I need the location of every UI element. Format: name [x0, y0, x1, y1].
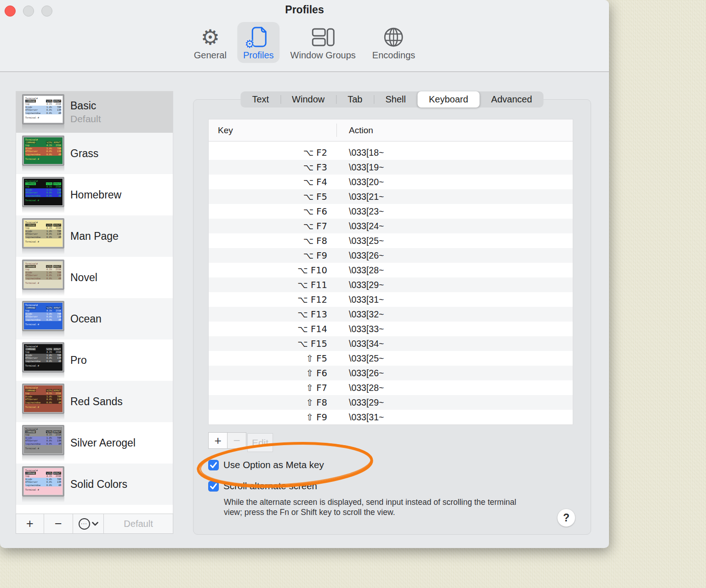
preferences-toolbar: ⚙General⚙ProfilesWindow GroupsEncodings	[188, 22, 421, 63]
key-cell: ⌥ F5	[209, 192, 336, 202]
table-row[interactable]: ⇧ F9\033[31~	[209, 410, 573, 424]
profile-name: Ocean	[70, 313, 102, 325]
toolbar-item-profiles[interactable]: ⚙Profiles	[237, 22, 280, 63]
profile-item-ocean[interactable]: Terminal#COMMAND%CPURPRVTtop4.1%231KXcod…	[16, 298, 173, 339]
action-cell: \033[29~	[336, 397, 384, 408]
scroll-alternate-screen-checkbox[interactable]	[208, 481, 219, 492]
add-key-button[interactable]: +	[208, 432, 228, 449]
profile-label: Silver Aerogel	[70, 437, 136, 449]
profile-name: Pro	[70, 354, 87, 367]
key-cell: ⇧ F9	[209, 412, 336, 423]
key-cell: ⌥ F12	[209, 294, 336, 305]
profile-item-red-sands[interactable]: Terminal#COMMAND%CPURPRVTtop4.1%231KXcod…	[16, 381, 173, 422]
table-body: ⌥ F2\033[18~⌥ F3\033[19~⌥ F4\033[20~⌥ F5…	[209, 141, 573, 424]
table-row[interactable]: ⌥ F9\033[26~	[209, 248, 573, 263]
action-cell: \033[34~	[336, 339, 384, 349]
profile-item-solid-colors[interactable]: Terminal#COMMAND%CPURPRVTtop4.1%231KXcod…	[16, 464, 173, 505]
profile-item-basic[interactable]: Terminal#COMMAND%CPURPRVTtop4.1%231KXcod…	[16, 91, 173, 133]
table-row[interactable]: ⌥ F13\033[32~	[209, 307, 573, 322]
profile-thumbnail: Terminal#COMMAND%CPURPRVTtop4.1%231KXcod…	[22, 136, 64, 172]
table-row[interactable]: ⇧ F7\033[28~	[209, 380, 573, 395]
table-row[interactable]: ⌥ F12\033[31~	[209, 292, 573, 307]
key-cell: ⌥ F9	[209, 250, 336, 261]
profile-name: Novel	[70, 271, 97, 284]
list-filler	[16, 505, 173, 514]
profile-item-silver-aerogel[interactable]: Terminal#COMMAND%CPURPRVTtop4.1%231KXcod…	[16, 422, 173, 464]
key-cell: ⌥ F4	[209, 177, 336, 187]
profile-label: Ocean	[70, 313, 102, 325]
table-row[interactable]: ⌥ F6\033[23~	[209, 204, 573, 219]
toolbar-item-general[interactable]: ⚙General	[188, 22, 233, 63]
tab-text[interactable]: Text	[240, 91, 280, 107]
tab-advanced[interactable]: Advanced	[480, 91, 544, 107]
key-column-header[interactable]: Key	[209, 125, 233, 136]
terminal-preview-icon: Terminal#COMMAND%CPURPRVTtop4.1%231KXcod…	[22, 466, 64, 497]
action-cell: \033[31~	[336, 412, 384, 423]
terminal-preview-icon: Terminal#COMMAND%CPURPRVTtop4.1%231KXcod…	[22, 384, 64, 414]
tab-window[interactable]: Window	[280, 91, 336, 107]
profile-thumbnail: Terminal#COMMAND%CPURPRVTtop4.1%231KXcod…	[22, 218, 64, 254]
profile-thumbnail: Terminal#COMMAND%CPURPRVTtop4.1%231KXcod…	[22, 301, 64, 337]
add-profile-button[interactable]: +	[16, 514, 44, 534]
toolbar-item-encodings[interactable]: Encodings	[366, 22, 421, 63]
thumbnail-reflection	[22, 497, 64, 503]
toolbar-item-window-groups[interactable]: Window Groups	[285, 22, 362, 63]
titlebar-divider	[0, 72, 609, 72]
profile-label: Homebrew	[70, 189, 121, 201]
action-cell: \033[19~	[336, 162, 384, 173]
edit-key-button: Edit	[247, 433, 273, 452]
profile-label: Solid Colors	[70, 478, 127, 491]
table-row[interactable]: ⇧ F5\033[25~	[209, 351, 573, 366]
action-cell: \033[25~	[336, 236, 384, 246]
column-divider[interactable]	[336, 124, 337, 137]
terminal-preferences-window: Profiles ⚙General⚙ProfilesWindow GroupsE…	[0, 0, 609, 548]
document-gear-icon: ⚙	[247, 25, 269, 49]
use-option-as-meta-key-checkbox[interactable]	[208, 460, 219, 470]
table-row[interactable]: ⌥ F7\033[24~	[209, 219, 573, 233]
table-row[interactable]: ⌥ F11\033[29~	[209, 277, 573, 292]
tab-keyboard[interactable]: Keyboard	[417, 91, 480, 107]
profile-list: Terminal#COMMAND%CPURPRVTtop4.1%231KXcod…	[16, 91, 173, 514]
profile-item-man-page[interactable]: Terminal#COMMAND%CPURPRVTtop4.1%231KXcod…	[16, 215, 173, 257]
key-cell: ⇧ F7	[209, 383, 336, 393]
table-row[interactable]: ⌥ F14\033[33~	[209, 322, 573, 336]
gear-icon: ⚙	[201, 25, 220, 49]
profile-label: Pro	[70, 354, 87, 367]
action-cell: \033[24~	[336, 221, 384, 232]
profile-label: Red Sands	[70, 396, 123, 408]
action-cell: \033[21~	[336, 192, 384, 202]
help-button[interactable]: ?	[557, 509, 575, 527]
profile-thumbnail: Terminal#COMMAND%CPURPRVTtop4.1%231KXcod…	[22, 260, 64, 296]
table-row[interactable]: ⌥ F8\033[25~	[209, 233, 573, 248]
action-cell: \033[18~	[336, 147, 384, 158]
thumbnail-reflection	[22, 290, 64, 296]
profile-item-grass[interactable]: Terminal#COMMAND%CPURPRVTtop4.1%231KXcod…	[16, 133, 173, 174]
table-row[interactable]: ⌥ F3\033[19~	[209, 160, 573, 175]
table-row[interactable]: ⌥ F5\033[21~	[209, 189, 573, 204]
tab-shell[interactable]: Shell	[374, 91, 417, 107]
profile-item-homebrew[interactable]: Terminal#COMMAND%CPURPRVTtop4.1%231KXcod…	[16, 174, 173, 215]
terminal-preview-icon: Terminal#COMMAND%CPURPRVTtop4.1%231KXcod…	[22, 342, 64, 373]
table-row[interactable]: ⌥ F15\033[34~	[209, 336, 573, 351]
terminal-preview-icon: Terminal#COMMAND%CPURPRVTtop4.1%231KXcod…	[22, 218, 64, 249]
alternate-screen-footnote: While the alternate screen is displayed,…	[224, 498, 531, 517]
table-row[interactable]: ⇧ F6\033[26~	[209, 366, 573, 380]
action-column-header[interactable]: Action	[349, 125, 373, 136]
remove-profile-button[interactable]: −	[44, 514, 73, 534]
profile-item-pro[interactable]: Terminal#COMMAND%CPURPRVTtop4.1%231KXcod…	[16, 339, 173, 381]
table-row[interactable]: ⌥ F4\033[20~	[209, 175, 573, 189]
table-button-bar: + − Edit	[208, 432, 273, 452]
action-cell: \033[25~	[336, 353, 384, 364]
default-profile-button[interactable]: Default	[103, 514, 173, 534]
checkmark-icon	[208, 460, 219, 470]
table-row[interactable]: ⌥ F10\033[28~	[209, 263, 573, 277]
table-row[interactable]: ⇧ F8\033[29~	[209, 395, 573, 410]
profile-name: Solid Colors	[70, 478, 127, 491]
profile-actions-button[interactable]: ...	[73, 514, 104, 534]
profile-item-novel[interactable]: Terminal#COMMAND%CPURPRVTtop4.1%231KXcod…	[16, 257, 173, 298]
tab-tab[interactable]: Tab	[336, 91, 374, 107]
profile-thumbnail: Terminal#COMMAND%CPURPRVTtop4.1%231KXcod…	[22, 94, 64, 130]
terminal-preview-icon: Terminal#COMMAND%CPURPRVTtop4.1%231KXcod…	[22, 177, 64, 207]
table-row[interactable]: ⌥ F2\033[18~	[209, 145, 573, 160]
window-title: Profiles	[0, 4, 609, 16]
